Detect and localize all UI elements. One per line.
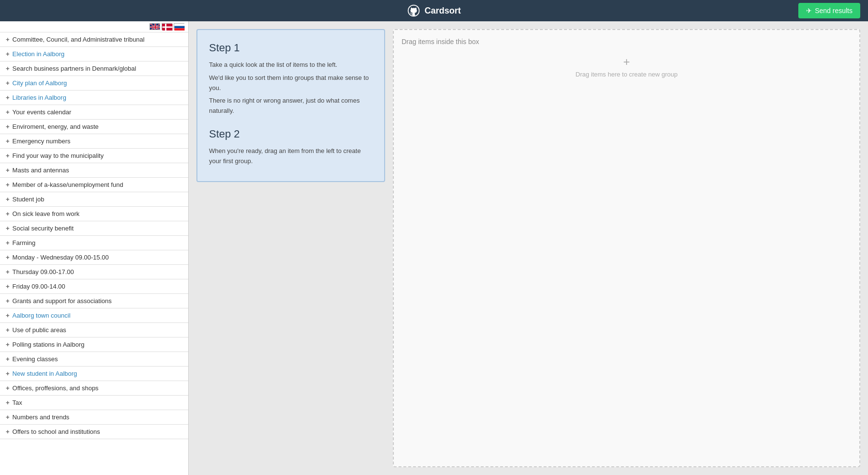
send-results-button[interactable]: ✈ Send results [798, 3, 860, 18]
plus-icon: + [6, 152, 10, 159]
plus-icon: + [6, 268, 10, 276]
item-label: Monday - Wednesday 09.00-15.00 [13, 254, 109, 261]
list-item[interactable]: +Member of a-kasse/unemployment fund [0, 178, 188, 192]
list-item[interactable]: +Offices, proffesions, and shops [0, 381, 188, 396]
item-label: Enviroment, energy, and waste [13, 123, 99, 130]
list-item[interactable]: +Evening classes [0, 352, 188, 367]
app-title: Cardsort [424, 6, 461, 16]
list-item[interactable]: +Masts and antennas [0, 163, 188, 178]
item-label: Search business partners in Denmark/glob… [13, 65, 136, 72]
plus-icon: + [6, 94, 10, 101]
item-label: Emergency numbers [13, 138, 71, 145]
plus-icon: + [6, 123, 10, 130]
list-item[interactable]: +On sick leave from work [0, 207, 188, 221]
list-item[interactable]: +Use of public areas [0, 323, 188, 337]
drop-zone[interactable]: Drag items inside this box + Drag items … [393, 29, 860, 467]
list-item[interactable]: +Polling stations in Aalborg [0, 337, 188, 352]
left-sidebar: +Committee, Council, and Administrative … [0, 21, 189, 475]
header-title-area: Cardsort [407, 4, 461, 17]
list-item[interactable]: +Aalborg town council [0, 308, 188, 323]
list-item[interactable]: +New student in Aalborg [0, 367, 188, 381]
item-label: Use of public areas [13, 326, 66, 334]
plus-icon: + [6, 79, 10, 87]
plus-icon: + [6, 297, 10, 305]
list-item[interactable]: +Thursday 09.00-17.00 [0, 265, 188, 279]
item-label: Farming [13, 239, 36, 246]
list-item[interactable]: +Find your way to the municipality [0, 149, 188, 163]
item-label: Thursday 09.00-17.00 [13, 268, 74, 276]
list-item[interactable]: +Emergency numbers [0, 134, 188, 149]
plus-icon: + [6, 181, 10, 188]
item-label: Numbers and trends [13, 414, 70, 421]
item-label: Masts and antennas [13, 167, 69, 174]
plus-icon: + [6, 341, 10, 348]
item-label: Social security benefit [13, 225, 74, 232]
step2-text: When you're ready, drag an item from the… [209, 146, 373, 167]
svg-rect-6 [175, 26, 185, 29]
plus-icon: + [6, 384, 10, 392]
list-item[interactable]: +Enviroment, energy, and waste [0, 120, 188, 134]
instructions-box: Step 1 Take a quick look at the list of … [196, 29, 385, 182]
plus-icon: + [6, 108, 10, 116]
header: Cardsort ✈ Send results [0, 0, 868, 21]
list-item[interactable]: +Grants and support for associations [0, 294, 188, 308]
list-item[interactable]: +Libraries in Aalborg [0, 91, 188, 105]
step1-text3: There is no right or wrong answer, just … [209, 96, 373, 116]
svg-rect-4 [163, 27, 173, 28]
plus-icon: + [6, 196, 10, 203]
item-label: New student in Aalborg [13, 370, 77, 377]
plus-icon: + [6, 239, 10, 246]
plus-icon: + [6, 225, 10, 232]
plus-icon: + [6, 428, 10, 435]
list-item[interactable]: +Monday - Wednesday 09.00-15.00 [0, 250, 188, 265]
plus-icon: + [6, 414, 10, 421]
list-item[interactable]: +Your events calendar [0, 105, 188, 120]
flag-sk[interactable] [174, 23, 184, 30]
item-label: Aalborg town council [13, 312, 71, 319]
item-label: Your events calendar [13, 108, 72, 116]
step1-text1: Take a quick look at the list of items t… [209, 60, 373, 70]
list-item[interactable]: +Committee, Council, and Administrative … [0, 32, 188, 47]
plus-icon: + [6, 138, 10, 145]
list-item[interactable]: +Offers to school and institutions [0, 425, 188, 439]
flag-uk[interactable] [150, 23, 160, 30]
list-item[interactable]: +Social security benefit [0, 221, 188, 236]
plus-icon: + [6, 370, 10, 377]
main-layout: +Committee, Council, and Administrative … [0, 21, 868, 475]
step1-title: Step 1 [209, 42, 373, 54]
list-item[interactable]: +Numbers and trends [0, 410, 188, 425]
step2-title: Step 2 [209, 128, 373, 140]
right-content: Step 1 Take a quick look at the list of … [189, 21, 868, 475]
flag-dk[interactable] [162, 23, 172, 30]
list-item[interactable]: +Student job [0, 192, 188, 207]
plus-icon: + [6, 36, 10, 43]
plus-icon: + [6, 50, 10, 58]
plus-icon: + [6, 312, 10, 319]
plus-icon: + [6, 355, 10, 363]
svg-rect-5 [175, 24, 185, 26]
send-icon: ✈ [806, 7, 812, 15]
item-label: Friday 09.00-14.00 [13, 283, 65, 290]
flag-row [0, 21, 188, 32]
item-label: Find your way to the municipality [13, 152, 104, 159]
drop-zone-placeholder-text: Drag items here to create new group [576, 71, 678, 78]
item-label: City plan of Aalborg [13, 79, 67, 87]
drop-zone-placeholder: + Drag items here to create new group [402, 55, 852, 78]
items-container: +Committee, Council, and Administrative … [0, 32, 188, 439]
item-label: Tax [13, 399, 22, 406]
list-item[interactable]: +Search business partners in Denmark/glo… [0, 61, 188, 76]
plus-icon: + [623, 55, 630, 69]
plus-icon: + [6, 254, 10, 261]
item-label: Polling stations in Aalborg [13, 341, 85, 348]
item-label: Libraries in Aalborg [13, 94, 66, 101]
drop-zone-title: Drag items inside this box [402, 38, 852, 46]
plus-icon: + [6, 326, 10, 334]
list-item[interactable]: +Farming [0, 236, 188, 250]
list-item[interactable]: +Tax [0, 396, 188, 410]
list-item[interactable]: +City plan of Aalborg [0, 76, 188, 91]
item-label: On sick leave from work [13, 210, 80, 217]
item-label: Offers to school and institutions [13, 428, 100, 435]
list-item[interactable]: +Friday 09.00-14.00 [0, 279, 188, 294]
list-item[interactable]: +Election in Aalborg [0, 47, 188, 61]
plus-icon: + [6, 283, 10, 290]
